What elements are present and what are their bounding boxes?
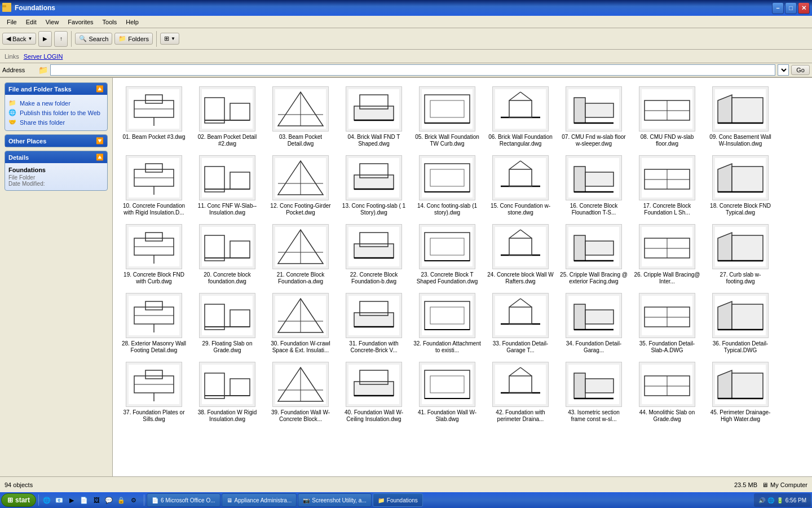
quicklaunch-icon5[interactable]: 🖼 (91, 494, 102, 506)
file-item[interactable]: 39. Foundation Wall W-Concrete Block... (264, 358, 337, 427)
address-icon: 📁 (38, 65, 48, 75)
svg-rect-60 (495, 158, 546, 198)
file-item[interactable]: 07. CMU Fnd w-slab floor w-sleeper.dwg (557, 82, 630, 151)
file-tasks-header[interactable]: File and Folder Tasks 🔼 (5, 83, 107, 95)
forward-button[interactable]: ▶ (38, 31, 52, 47)
file-item[interactable]: 16. Concrete Block Flounadtion T-S... (557, 151, 630, 220)
svg-rect-103 (585, 241, 614, 255)
svg-rect-66 (574, 167, 585, 192)
menu-tools[interactable]: Tools (98, 17, 122, 27)
quicklaunch-icon7[interactable]: 🔒 (116, 494, 127, 506)
menu-help[interactable]: Help (121, 17, 143, 27)
start-button[interactable]: ⊞ start (1, 493, 36, 507)
file-name: 23. Concrete Block T Shaped Foundation.d… (413, 271, 481, 285)
file-item[interactable]: 19. Concrete Block FND with Curb.dwg (117, 220, 191, 289)
taskbar-label-2: Screenshot Utility, a... (312, 497, 367, 503)
file-item[interactable]: 15. Conc Foundation w-stone.dwg (484, 151, 557, 220)
file-item[interactable]: 08. CMU FND w-slab floor.dwg (630, 82, 704, 151)
file-item[interactable]: 42. Foundation with perimeter Draina... (484, 358, 557, 427)
file-name: 11. Conc FNF W-Slab--Insulation.dwg (193, 203, 261, 216)
up-button[interactable]: ↑ (54, 31, 68, 47)
file-item[interactable]: 22. Concrete Block Foundation-b.dwg (337, 220, 411, 289)
file-thumbnail (419, 155, 475, 200)
file-item[interactable]: 10. Concrete Foundation with Rigid Insul… (117, 151, 191, 220)
taskbar-item-1[interactable]: 🖥 Appliance Administra... (222, 493, 297, 507)
file-item[interactable]: 05. Brick Wall Foundation TW Curb.dwg (411, 82, 484, 151)
file-item[interactable]: 13. Conc Footing-slab ( 1 Story).dwg (337, 151, 411, 220)
folders-button[interactable]: 📁 Folders (114, 33, 153, 45)
svg-rect-175 (585, 379, 614, 393)
details-header[interactable]: Details 🔼 (5, 151, 107, 163)
file-item[interactable]: 38. Foundation W Rigid Insulation.dwg (191, 358, 264, 427)
file-item[interactable]: 09. Conc Basement Wall W-Insulation.dwg (704, 82, 777, 151)
file-item[interactable]: 26. Cripple Wall Bracing@ Inter... (630, 220, 704, 289)
file-item[interactable]: 24. Concrete block Wall W Rafters.dwg (484, 220, 557, 289)
file-item[interactable]: 21. Concrete Block Foundation-a.dwg (264, 220, 337, 289)
file-item[interactable]: 29. Floating Slab on Grade.dwg (191, 289, 264, 358)
outlook-icon[interactable]: 📧 (54, 494, 65, 506)
start-label: start (15, 496, 30, 504)
media-icon[interactable]: ▶ (66, 494, 77, 506)
file-item[interactable]: 45. Perimeter Drainage-High Water.dwg (704, 358, 777, 427)
file-item[interactable]: 35. Foundation Detail-Slab-A.DWG (630, 289, 704, 358)
file-thumbnail (566, 224, 622, 269)
menu-edit[interactable]: Edit (21, 17, 41, 27)
maximize-button[interactable]: □ (785, 2, 797, 14)
file-item[interactable]: 25. Cripple Wall Bracing @ exterior Faci… (557, 220, 630, 289)
file-item[interactable]: 37. Foundation Plates or Sills.dwg (117, 358, 191, 427)
file-item[interactable]: 30. Foundation W-crawl Space & Ext. Insu… (264, 289, 337, 358)
file-item[interactable]: 06. Brick Wall Foundation Rectangular.dw… (484, 82, 557, 151)
other-places-header[interactable]: Other Places 🔽 (5, 135, 107, 147)
file-item[interactable]: 18. Concrete Block FND Typical.dwg (704, 151, 777, 220)
file-item[interactable]: 44. Monolithic Slab on Grade.dwg (630, 358, 704, 427)
file-item[interactable]: 23. Concrete Block T Shaped Foundation.d… (411, 220, 484, 289)
file-item[interactable]: 01. Beam Pocket #3.dwg (117, 82, 191, 151)
taskbar-item-0[interactable]: 📄 6 Microsoft Office O... (147, 493, 220, 507)
task-share[interactable]: 🤝 Share this folder (8, 117, 104, 127)
views-button[interactable]: ⊞ ▼ (160, 33, 179, 45)
ie-icon[interactable]: 🌐 (41, 494, 52, 506)
file-item[interactable]: 03. Beam Pocket Detail.dwg (264, 82, 337, 151)
go-button[interactable]: Go (791, 65, 810, 75)
file-name: 20. Concrete block foundation.dwg (193, 271, 261, 285)
details-section: Details 🔼 Foundations File Folder Date M… (5, 151, 108, 191)
file-item[interactable]: 27. Curb slab w-footing.dwg (704, 220, 777, 289)
taskbar-item-2[interactable]: 📷 Screenshot Utility, a... (298, 493, 372, 507)
file-name: 18. Concrete Block FND Typical.dwg (707, 203, 774, 216)
file-item[interactable]: 36. Foundation Detail-Typical.DWG (704, 289, 777, 358)
file-item[interactable]: 32. Foundation Attachment to existi... (411, 289, 484, 358)
file-item[interactable]: 43. Isometric section frame const w-sl..… (557, 358, 630, 427)
file-item[interactable]: 20. Concrete block foundation.dwg (191, 220, 264, 289)
file-item[interactable]: 28. Exterior Masonry Wall Footing Detail… (117, 289, 191, 358)
address-input[interactable] (50, 64, 775, 76)
back-button[interactable]: ◀ Back ▼ (2, 33, 36, 45)
file-item[interactable]: 34. Foundation Detail-Garag... (557, 289, 630, 358)
file-item[interactable]: 12. Conc Footing-Girder Pocket.dwg (264, 151, 337, 220)
close-button[interactable]: ✕ (798, 2, 810, 14)
quicklaunch-icon8[interactable]: ⚙ (128, 494, 139, 506)
minimize-button[interactable]: – (772, 2, 784, 14)
file-item[interactable]: 04. Brick Wall FND T Shaped.dwg (337, 82, 411, 151)
menu-view[interactable]: View (41, 17, 64, 27)
file-item[interactable]: 31. Foundation with Concrete-Brick V... (337, 289, 411, 358)
quicklaunch-icon4[interactable]: 📄 (78, 494, 90, 506)
server-login-link[interactable]: Server LOGIN (24, 53, 63, 60)
file-item[interactable]: 40. Foundation Wall W-Ceiling Insulation… (337, 358, 411, 427)
file-item[interactable]: 11. Conc FNF W-Slab--Insulation.dwg (191, 151, 264, 220)
task-new-folder[interactable]: 📁 Make a new folder (8, 98, 104, 108)
file-item[interactable]: 33. Foundation Detail-Garage T... (484, 289, 557, 358)
quicklaunch-icon6[interactable]: 💬 (103, 494, 114, 506)
address-dropdown[interactable] (778, 64, 789, 76)
file-item[interactable]: 17. Concrete Block Foundation L Sh... (630, 151, 704, 220)
menu-file[interactable]: File (2, 17, 21, 27)
details-type: File Folder (8, 174, 104, 181)
taskbar-item-3[interactable]: 📁 Foundations (373, 493, 423, 507)
file-name: 15. Conc Foundation w-stone.dwg (487, 203, 554, 216)
file-item[interactable]: 02. Beam Pocket Detail #2.dwg (191, 82, 264, 151)
file-item[interactable]: 14. Conc footing-slab (1 story).dwg (411, 151, 484, 220)
task-publish[interactable]: 🌐 Publish this folder to the Web (8, 108, 104, 117)
menu-favorites[interactable]: Favorites (63, 17, 98, 27)
file-item[interactable]: 41. Foundation Wall W-Slab.dwg (411, 358, 484, 427)
file-name: 06. Brick Wall Foundation Rectangular.dw… (487, 134, 554, 147)
search-button[interactable]: 🔍 Search (75, 33, 112, 45)
